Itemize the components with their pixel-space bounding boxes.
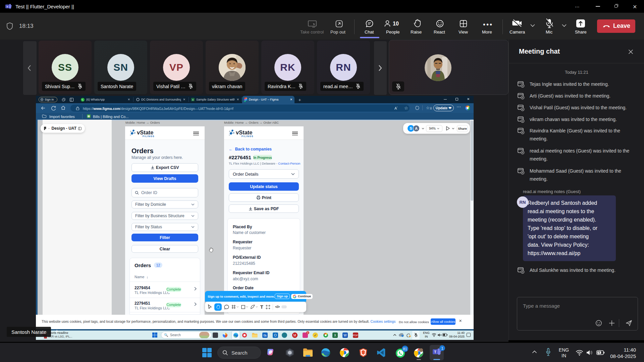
svg-text:T: T bbox=[434, 350, 436, 354]
svg-text:T: T bbox=[6, 5, 8, 8]
svg-text:vState: vState bbox=[137, 129, 154, 135]
svg-text:FILINGS: FILINGS bbox=[143, 135, 155, 137]
svg-text:FILINGS: FILINGS bbox=[241, 135, 254, 137]
svg-text:vState: vState bbox=[236, 129, 253, 135]
